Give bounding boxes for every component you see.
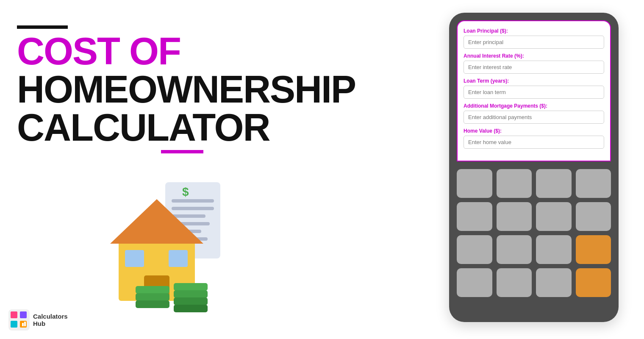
svg-rect-17	[174, 290, 208, 298]
svg-rect-18	[174, 297, 208, 305]
label-additional: Additional Mortgage Payments ($):	[464, 103, 604, 109]
label-homevalue: Home Value ($):	[464, 128, 604, 134]
illustration: $	[93, 178, 271, 318]
key-11[interactable]	[536, 235, 572, 264]
svg-rect-14	[136, 293, 169, 301]
svg-rect-21	[11, 311, 17, 318]
logo-text: Calculators Hub	[33, 313, 68, 327]
title-bar-black	[17, 25, 68, 29]
label-term: Loan Term (years):	[464, 78, 604, 84]
key-2[interactable]	[497, 169, 532, 198]
svg-rect-12	[169, 250, 188, 267]
key-16-orange[interactable]	[576, 268, 611, 297]
key-10[interactable]	[497, 235, 532, 264]
form-group-interest: Annual Interest Rate (%):	[464, 53, 604, 74]
svg-rect-22	[20, 311, 27, 318]
label-principal: Loan Principal ($):	[464, 28, 604, 34]
svg-rect-1	[172, 199, 214, 203]
svg-rect-13	[136, 286, 169, 294]
input-principal[interactable]	[464, 36, 604, 49]
title-line3: CALCULATOR	[17, 108, 314, 147]
title-bar-purple	[161, 150, 203, 153]
svg-rect-2	[172, 207, 214, 210]
key-4[interactable]	[576, 169, 611, 198]
svg-rect-16	[174, 283, 208, 291]
key-12-orange[interactable]	[576, 235, 611, 264]
key-3[interactable]	[536, 169, 572, 198]
input-term[interactable]	[464, 86, 604, 99]
svg-rect-19	[174, 305, 208, 312]
calculator: Loan Principal ($): Annual Interest Rate…	[449, 13, 619, 322]
input-additional[interactable]	[464, 111, 604, 124]
label-interest: Annual Interest Rate (%):	[464, 53, 604, 59]
svg-text:$: $	[182, 185, 189, 198]
key-14[interactable]	[497, 268, 532, 297]
key-7[interactable]	[536, 202, 572, 231]
key-1[interactable]	[457, 169, 492, 198]
key-13[interactable]	[457, 268, 492, 297]
key-8[interactable]	[576, 202, 611, 231]
svg-rect-11	[125, 250, 144, 267]
svg-rect-23	[11, 321, 17, 328]
title-line2: HOMEOWNERSHIP	[17, 70, 314, 108]
form-group-principal: Loan Principal ($):	[464, 28, 604, 49]
svg-rect-3	[172, 214, 205, 218]
left-section: COST OF HOMEOWNERSHIP CALCULATOR	[17, 25, 314, 153]
svg-rect-15	[136, 300, 169, 308]
input-interest[interactable]	[464, 61, 604, 74]
input-homevalue[interactable]	[464, 136, 604, 149]
svg-rect-26	[24, 322, 26, 326]
key-9[interactable]	[457, 235, 492, 264]
logo: Calculators Hub	[8, 309, 68, 331]
svg-rect-25	[22, 323, 24, 326]
form-group-homevalue: Home Value ($):	[464, 128, 604, 149]
calc-keypad	[449, 161, 619, 305]
form-group-term: Loan Term (years):	[464, 78, 604, 99]
calc-screen: Loan Principal ($): Annual Interest Rate…	[457, 20, 611, 161]
title-line1: COST OF	[17, 32, 314, 70]
key-15[interactable]	[536, 268, 572, 297]
key-6[interactable]	[497, 202, 532, 231]
form-group-additional: Additional Mortgage Payments ($):	[464, 103, 604, 124]
key-5[interactable]	[457, 202, 492, 231]
